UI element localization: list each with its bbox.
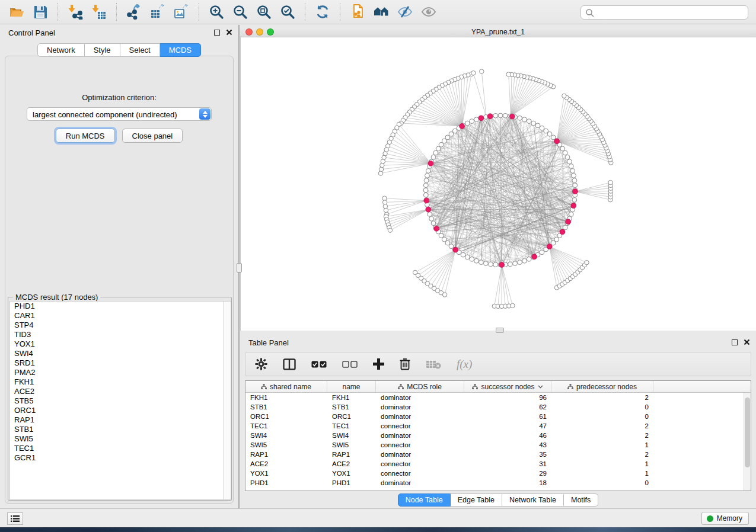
mcds-result-item[interactable]: YOX1 [10, 339, 231, 349]
mcds-result-item[interactable]: SWI5 [10, 434, 231, 444]
horizontal-splitter-handle[interactable] [496, 328, 504, 333]
graph-node[interactable] [518, 260, 522, 265]
graph-node[interactable] [470, 257, 474, 262]
mcds-dominator-node[interactable] [424, 198, 429, 203]
graph-node[interactable] [431, 155, 436, 159]
graph-node[interactable] [382, 200, 387, 204]
tab-network-table[interactable]: Network Table [502, 493, 564, 507]
create-column-button[interactable] [373, 358, 384, 370]
show-hidden-button[interactable] [419, 2, 439, 21]
graph-node[interactable] [540, 126, 544, 130]
export-table-button[interactable] [148, 2, 168, 21]
mcds-result-item[interactable]: CAR1 [10, 311, 231, 321]
mcds-dominator-node[interactable] [532, 254, 537, 259]
graph-node[interactable] [423, 193, 428, 197]
graph-node[interactable] [384, 208, 388, 212]
tab-style[interactable]: Style [85, 43, 120, 57]
export-image-button[interactable] [171, 2, 192, 21]
graph-node[interactable] [531, 121, 536, 126]
graph-node[interactable] [570, 168, 575, 173]
close-table-panel-icon[interactable] [744, 339, 750, 345]
graph-node[interactable] [569, 164, 573, 169]
tab-motifs[interactable]: Motifs [564, 493, 598, 507]
graph-node[interactable] [423, 183, 428, 188]
graph-node[interactable] [508, 262, 513, 267]
tab-network[interactable]: Network [37, 43, 85, 57]
graph-node[interactable] [388, 228, 392, 232]
graph-node[interactable] [527, 119, 531, 124]
table-row[interactable]: ACE2ACE2connector311 [245, 459, 751, 469]
vertical-splitter-handle[interactable] [237, 263, 242, 273]
open-session-button[interactable] [7, 2, 27, 21]
float-panel-icon[interactable] [214, 30, 220, 36]
graph-node[interactable] [489, 262, 493, 267]
graph-node[interactable] [511, 303, 515, 307]
run-mcds-button[interactable]: Run MCDS [56, 129, 115, 143]
graph-node[interactable] [452, 129, 457, 133]
graph-node[interactable] [424, 178, 429, 183]
show-all-networks-button[interactable] [371, 2, 391, 21]
graph-node[interactable] [479, 260, 483, 265]
zoom-in-button[interactable] [206, 2, 227, 21]
mcds-result-item[interactable]: SRD1 [10, 358, 231, 368]
mcds-result-item[interactable]: ORC1 [10, 406, 231, 415]
graph-node[interactable] [471, 71, 476, 75]
deselect-all-rows-button[interactable] [342, 361, 358, 368]
graph-node[interactable] [540, 250, 544, 255]
table-row[interactable]: STB1STB1dominator620 [245, 402, 751, 412]
graph-node[interactable] [470, 119, 474, 124]
delete-column-button[interactable] [400, 358, 410, 370]
graph-node[interactable] [522, 258, 527, 263]
graph-node[interactable] [380, 163, 384, 167]
zoom-out-button[interactable] [230, 2, 250, 21]
mcds-dominator-node[interactable] [547, 244, 552, 249]
graph-node[interactable] [572, 178, 577, 183]
graph-node[interactable] [567, 159, 572, 164]
mcds-result-item[interactable]: SWI4 [10, 349, 231, 358]
column-header-MCDS-role[interactable]: MCDS role [376, 381, 464, 392]
mcds-result-item[interactable]: STB5 [10, 396, 231, 406]
graph-node[interactable] [423, 188, 428, 193]
mcds-dominator-node[interactable] [560, 229, 565, 235]
network-window-titlebar[interactable]: YPA_prune.txt_1 [240, 27, 756, 37]
float-table-panel-icon[interactable] [732, 339, 738, 345]
graph-node[interactable] [573, 183, 578, 188]
mcds-dominator-node[interactable] [499, 262, 505, 268]
mcds-dominator-node[interactable] [426, 207, 431, 212]
table-row[interactable]: PHD1PHD1dominator180 [245, 478, 751, 488]
graph-node[interactable] [572, 198, 577, 203]
graph-node[interactable] [381, 159, 385, 164]
delete-table-button[interactable] [426, 360, 441, 369]
show-panel-menu-button[interactable] [7, 512, 23, 525]
graph-node[interactable] [429, 216, 434, 221]
import-network-button[interactable] [65, 2, 85, 21]
graph-node[interactable] [439, 142, 444, 147]
table-row[interactable]: FKH1FKH1dominator962 [245, 393, 751, 402]
graph-node[interactable] [498, 113, 503, 118]
mcds-dominator-node[interactable] [453, 247, 458, 252]
table-row[interactable]: SWI5SWI5connector431 [245, 440, 751, 450]
graph-node[interactable] [522, 117, 527, 122]
graph-node[interactable] [527, 257, 531, 262]
mcds-dominator-node[interactable] [434, 226, 439, 231]
mcds-dominator-node[interactable] [571, 203, 576, 209]
graph-node[interactable] [465, 255, 470, 259]
graph-node[interactable] [382, 196, 387, 200]
table-settings-button[interactable] [255, 358, 267, 370]
mcds-list-scrollbar[interactable] [223, 302, 231, 499]
column-header-shared-name[interactable]: shared name [245, 381, 327, 392]
hide-selected-button[interactable] [395, 2, 415, 21]
graph-node[interactable] [569, 212, 573, 217]
graph-node[interactable] [449, 132, 454, 136]
mcds-result-item[interactable]: TEC1 [10, 444, 231, 453]
refresh-view-button[interactable] [312, 2, 333, 21]
table-row[interactable]: SWI4SWI4dominator462 [245, 431, 751, 440]
table-row[interactable]: ORC1ORC1dominator610 [245, 412, 751, 421]
graph-node[interactable] [503, 113, 508, 118]
graph-node[interactable] [506, 72, 511, 76]
graph-node[interactable] [565, 155, 570, 159]
optimization-criterion-select[interactable]: largest connected component (undirected) [27, 107, 212, 121]
mcds-dominator-node[interactable] [428, 161, 433, 166]
graph-node[interactable] [436, 146, 441, 151]
graph-node[interactable] [474, 117, 479, 122]
